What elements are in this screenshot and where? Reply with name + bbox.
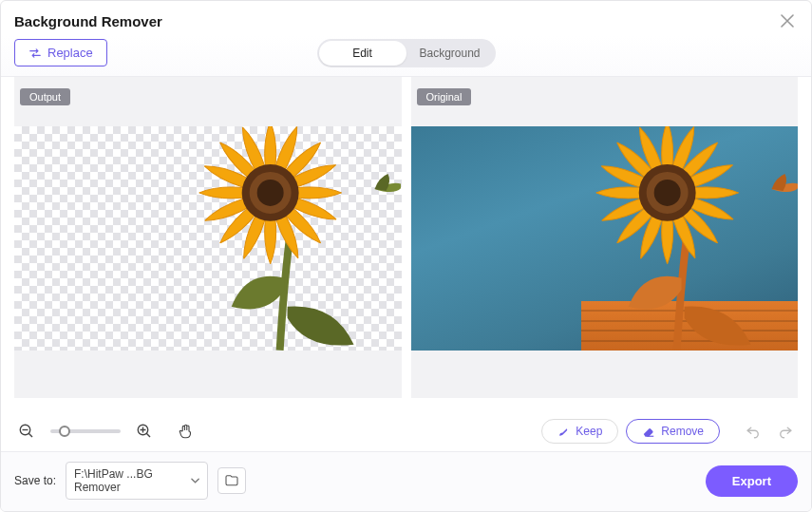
original-image[interactable] <box>411 126 799 351</box>
tab-edit[interactable]: Edit <box>319 41 406 66</box>
top-toolbar: Replace Edit Background <box>1 35 811 77</box>
open-folder-button[interactable] <box>217 467 246 494</box>
output-tag: Output <box>20 88 70 105</box>
close-button[interactable] <box>777 10 798 31</box>
zoom-in-button[interactable] <box>132 419 157 444</box>
original-panel: Original <box>411 77 799 398</box>
chevron-down-icon <box>191 476 199 485</box>
zoom-in-icon <box>136 423 153 440</box>
zoom-thumb[interactable] <box>59 426 70 437</box>
sunflower-original <box>411 126 798 351</box>
keep-label: Keep <box>576 425 602 438</box>
redo-icon <box>777 423 794 440</box>
hand-icon <box>178 423 195 440</box>
bottom-toolbar: Keep Remove <box>1 419 811 451</box>
background-remover-window: Background Remover Replace Edit Backgrou… <box>0 0 812 512</box>
close-icon <box>781 14 794 28</box>
pan-button[interactable] <box>174 419 198 444</box>
tab-background[interactable]: Background <box>406 41 494 66</box>
undo-button[interactable] <box>741 419 765 444</box>
save-path-select[interactable]: F:\HitPaw ...BG Remover <box>66 462 208 500</box>
replace-button[interactable]: Replace <box>14 39 107 66</box>
sunflower-cutout <box>14 126 401 351</box>
preview-area: Output <box>1 77 811 419</box>
window-title: Background Remover <box>14 13 162 29</box>
save-to-label: Save to: <box>14 474 56 487</box>
swap-icon <box>28 47 42 60</box>
footer-bar: Save to: F:\HitPaw ...BG Remover Export <box>1 451 811 511</box>
remove-label: Remove <box>661 425 704 438</box>
keep-button[interactable]: Keep <box>541 419 618 444</box>
export-label: Export <box>732 474 771 488</box>
svg-point-2 <box>257 180 284 206</box>
folder-icon <box>224 473 239 488</box>
undo-icon <box>745 423 762 440</box>
replace-label: Replace <box>47 46 93 60</box>
save-path-value: F:\HitPaw ...BG Remover <box>74 467 191 494</box>
svg-point-5 <box>653 180 680 206</box>
output-panel: Output <box>14 77 402 398</box>
brush-icon <box>557 426 570 438</box>
output-image[interactable] <box>14 126 402 351</box>
zoom-out-button[interactable] <box>14 419 39 444</box>
export-button[interactable]: Export <box>706 465 798 497</box>
mode-segmented-control: Edit Background <box>317 39 496 67</box>
original-tag: Original <box>417 88 472 105</box>
redo-button[interactable] <box>773 419 798 444</box>
eraser-icon <box>642 425 655 438</box>
remove-button[interactable]: Remove <box>626 419 720 444</box>
zoom-slider[interactable] <box>50 429 121 433</box>
header-bar: Background Remover <box>1 1 811 35</box>
zoom-out-icon <box>18 423 35 440</box>
